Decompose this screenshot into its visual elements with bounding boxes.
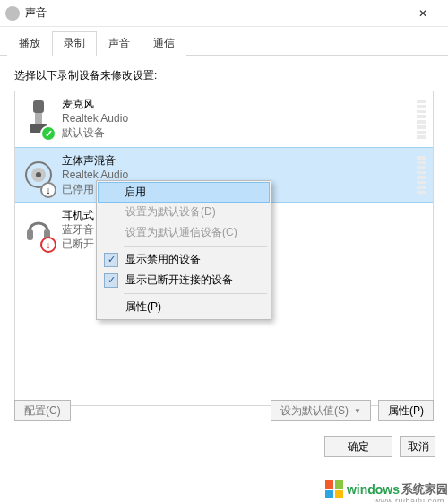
tab-label: 通信: [153, 37, 175, 49]
device-icon-mic: ✓: [22, 97, 55, 140]
device-row[interactable]: ✓ 麦克风 Realtek Audio 默认设备: [15, 91, 433, 147]
menu-label: 设置为默认设备(D): [125, 204, 216, 220]
instruction-text: 选择以下录制设备来修改设置:: [14, 68, 434, 83]
svg-rect-1: [35, 113, 42, 124]
sound-dialog-window: 声音 ✕ 播放 录制 声音 通信 选择以下录制设备来修改设置: ✓: [0, 0, 448, 502]
button-label: 属性(P): [388, 403, 424, 419]
window-title: 声音: [25, 5, 47, 21]
device-status: 默认设备: [62, 126, 128, 140]
menu-label: 显示已断开连接的设备: [125, 273, 233, 288]
context-menu: 启用 设置为默认设备(D) 设置为默认通信设备(C) ✓ 显示禁用的设备 ✓ 显…: [96, 180, 271, 320]
tab-label: 播放: [19, 37, 40, 49]
menu-item-set-default-comm[interactable]: 设置为默认通信设备(C): [99, 222, 269, 243]
system-icon: [5, 6, 20, 21]
menu-label: 设置为默认通信设备(C): [125, 225, 237, 240]
titlebar: 声音 ✕: [0, 0, 448, 27]
tab-strip: 播放 录制 声音 通信: [0, 27, 448, 56]
checkmark-icon: ✓: [104, 253, 118, 267]
close-button[interactable]: ✕: [403, 0, 443, 27]
checkmark-icon: ✓: [104, 273, 118, 288]
device-text: 麦克风 Realtek Audio 默认设备: [62, 97, 128, 140]
button-label: 取消: [408, 439, 429, 454]
device-name: 立体声混音: [62, 153, 128, 168]
svg-point-5: [36, 172, 41, 177]
svg-rect-6: [27, 229, 33, 240]
watermark-suffix: 系统家园: [401, 481, 448, 498]
menu-item-show-disconnected[interactable]: ✓ 显示已断开连接的设备: [99, 270, 269, 290]
device-driver: Realtek Audio: [62, 111, 128, 126]
device-driver: 蓝牙音: [62, 222, 94, 237]
menu-label: 属性(P): [125, 299, 161, 315]
device-icon-stereo: ↓: [22, 153, 55, 196]
menu-item-set-default[interactable]: 设置为默认设备(D): [99, 202, 269, 222]
button-label: 配置(C): [24, 403, 61, 419]
watermark-brand: windows: [347, 482, 400, 497]
level-meter: [417, 155, 426, 195]
watermark: windows 系统家园 www.ruihaifu.com: [325, 480, 448, 498]
badge-disabled-icon: ↓: [40, 182, 56, 198]
ok-button[interactable]: 确定: [324, 436, 392, 457]
menu-label: 启用: [125, 185, 146, 200]
close-icon: ✕: [418, 7, 427, 20]
dialog-buttons: 确定 取消: [324, 436, 435, 457]
badge-unplugged-icon: ↓: [40, 237, 56, 253]
chevron-down-icon: ▼: [354, 407, 361, 415]
device-text: 耳机式 蓝牙音 已断开: [62, 208, 94, 251]
watermark-url: www.ruihaifu.com: [374, 497, 444, 502]
tab-communications[interactable]: 通信: [142, 31, 186, 56]
tab-recording[interactable]: 录制: [52, 31, 97, 56]
tab-playback[interactable]: 播放: [7, 31, 52, 56]
set-default-button[interactable]: 设为默认值(S) ▼: [271, 400, 371, 421]
menu-item-enable[interactable]: 启用: [98, 182, 270, 203]
properties-button[interactable]: 属性(P): [378, 400, 434, 421]
button-label: 设为默认值(S): [280, 403, 349, 419]
svg-rect-0: [33, 100, 44, 113]
menu-separator: [124, 246, 267, 247]
tab-label: 录制: [64, 37, 85, 49]
button-label: 确定: [348, 439, 369, 454]
device-name: 麦克风: [62, 97, 128, 111]
menu-item-properties[interactable]: 属性(P): [99, 297, 269, 317]
list-buttons: 配置(C) 设为默认值(S) ▼ 属性(P): [14, 400, 434, 421]
menu-label: 显示禁用的设备: [125, 252, 201, 267]
configure-button[interactable]: 配置(C): [14, 400, 71, 421]
device-status: 已断开: [62, 237, 94, 251]
menu-separator: [124, 293, 267, 294]
badge-default-icon: ✓: [40, 126, 56, 142]
cancel-button[interactable]: 取消: [400, 436, 435, 457]
menu-item-show-disabled[interactable]: ✓ 显示禁用的设备: [99, 249, 269, 270]
level-meter: [417, 99, 426, 140]
device-icon-headset: ↓: [22, 208, 55, 251]
device-name: 耳机式: [62, 208, 94, 222]
tab-label: 声音: [108, 37, 130, 49]
tab-sounds[interactable]: 声音: [97, 31, 142, 56]
windows-logo-icon: [325, 480, 345, 498]
